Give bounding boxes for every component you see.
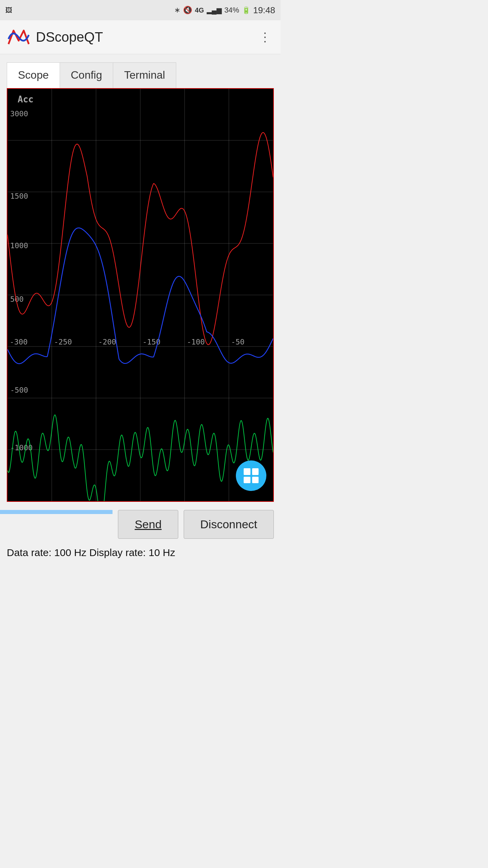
screenshot-icon: 🖼: [5, 6, 12, 14]
battery-level: 34%: [224, 6, 239, 15]
signal-bars-icon: ▂▄▆: [207, 6, 222, 14]
status-bar: 🖼 ∗ 🔇 4G ▂▄▆ 34% 🔋 19:48: [0, 0, 281, 20]
tab-scope[interactable]: Scope: [7, 63, 60, 88]
tab-bar: Scope Config Terminal: [7, 62, 176, 88]
menu-dots-icon[interactable]: ⋮: [256, 27, 274, 47]
time-display: 19:48: [253, 5, 275, 16]
bluetooth-icon: ∗: [174, 6, 180, 15]
scope-display: [7, 88, 274, 502]
grid-view-icon: [244, 468, 259, 483]
app-bar: DScopeQT ⋮: [0, 20, 281, 54]
data-rate-label: Data rate: 100 Hz: [7, 547, 86, 558]
mute-icon: 🔇: [183, 6, 192, 15]
tab-terminal[interactable]: Terminal: [113, 63, 176, 88]
status-left: 🖼: [5, 6, 12, 14]
disconnect-button[interactable]: Disconnect: [184, 510, 274, 539]
main-content: Scope Config Terminal Send Disconnect Da…: [0, 54, 281, 567]
battery-icon: 🔋: [242, 6, 250, 14]
scope-canvas[interactable]: [7, 89, 273, 501]
app-logo: [7, 25, 30, 49]
app-title: DScopeQT: [36, 29, 256, 45]
action-bar: Send Disconnect: [7, 502, 274, 544]
input-area[interactable]: [0, 510, 113, 514]
data-rate-bar: Data rate: 100 Hz Display rate: 10 Hz: [7, 544, 274, 561]
status-right: ∗ 🔇 4G ▂▄▆ 34% 🔋 19:48: [174, 5, 275, 16]
tab-config[interactable]: Config: [60, 63, 114, 88]
send-button[interactable]: Send: [118, 510, 178, 539]
fab-grid-button[interactable]: [236, 460, 266, 491]
display-rate-label: Display rate: 10 Hz: [89, 547, 175, 558]
signal-icon: 4G: [195, 6, 204, 14]
